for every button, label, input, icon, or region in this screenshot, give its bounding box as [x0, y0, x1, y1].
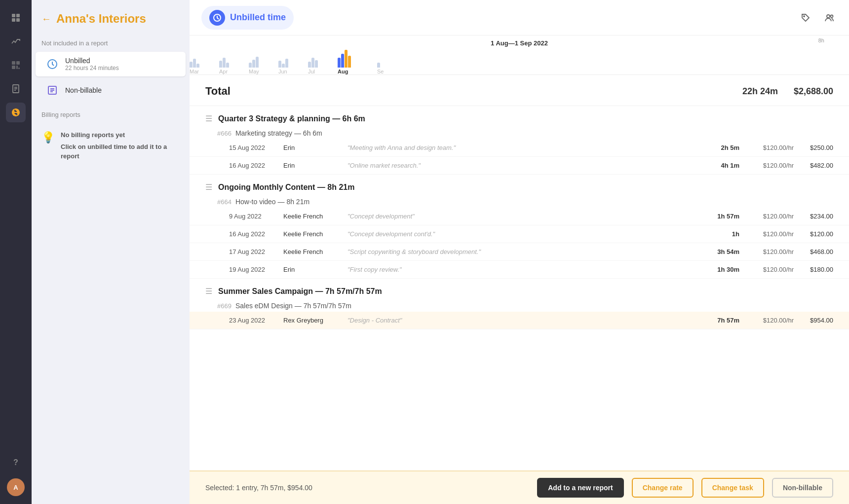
total-label: Total — [205, 85, 231, 98]
lightbulb-icon: 💡 — [41, 131, 55, 144]
task-title: Marketing strategy — 6h 6m — [235, 129, 322, 137]
unbilled-sub: 22 hours 24 minutes — [65, 65, 119, 72]
project-row: ☰ Ongoing Monthly Content — 8h 21m — [190, 175, 849, 196]
nav-bottom: ? A — [6, 453, 26, 496]
chart-month-sep: Se — [377, 69, 384, 74]
selection-bar: Selected: 1 entry, 7h 57m, $954.00 Add t… — [190, 470, 849, 504]
project-title: Ongoing Monthly Content — 8h 21m — [218, 183, 354, 192]
help-button[interactable]: ? — [6, 453, 26, 472]
svg-point-19 — [804, 16, 805, 17]
table-row[interactable]: 19 Aug 2022 Erin "First copy review." 1h… — [190, 261, 849, 279]
svg-rect-4 — [12, 61, 15, 65]
table-header: Total 22h 24m $2,688.00 — [190, 75, 849, 106]
table-row[interactable]: 17 Aug 2022 Keelie French "Script copywr… — [190, 243, 849, 261]
svg-point-20 — [827, 15, 830, 18]
chart-month-mar: Mar — [190, 69, 199, 74]
svg-rect-6 — [12, 66, 15, 69]
non-billable-label: Non-billable — [65, 86, 102, 94]
project-row: ☰ Summer Sales Campaign — 7h 57m/7h 57m — [190, 279, 849, 300]
change-rate-button[interactable]: Change rate — [632, 478, 694, 498]
nav-item-invoices[interactable] — [6, 79, 26, 99]
table-row[interactable]: 15 Aug 2022 Erin "Meeting with Anna and … — [190, 139, 849, 157]
question-mark-icon: ? — [13, 458, 18, 467]
chart-y-label: 8h — [818, 37, 824, 43]
chart-month-jun: Jun — [278, 69, 287, 74]
project-row: ☰ Quarter 3 Strategy & planning — 6h 6m — [190, 106, 849, 127]
chart-month-apr: Apr — [219, 69, 228, 74]
unbilled-badge: Unbilled time — [201, 6, 294, 30]
svg-point-21 — [831, 15, 833, 17]
total-hours: 22h 24m — [742, 86, 778, 97]
table-row[interactable]: 16 Aug 2022 Erin "Online market research… — [190, 157, 849, 175]
task-title: Sales eDM Design — 7h 57m/7h 57m — [235, 302, 351, 310]
time-entries-table: Total 22h 24m $2,688.00 ☰ Quarter 3 Stra… — [190, 75, 849, 470]
change-task-button[interactable]: Change task — [701, 478, 764, 498]
tag-icon[interactable] — [798, 10, 813, 26]
clock-icon — [45, 57, 59, 71]
billing-reports-label: Billing reports — [41, 111, 180, 118]
task-number: #666 — [217, 130, 232, 137]
unbilled-icon — [209, 10, 225, 26]
total-amount: $2,688.00 — [794, 86, 833, 97]
chart-month-may: May — [249, 69, 259, 74]
svg-rect-0 — [12, 14, 15, 17]
back-button[interactable]: ← — [41, 13, 51, 25]
no-reports-title: No billing reports yet — [61, 130, 180, 140]
nav-item-reports[interactable] — [6, 55, 26, 75]
table-row[interactable]: 9 Aug 2022 Keelie French "Concept develo… — [190, 208, 849, 225]
selection-info: Selected: 1 entry, 7h 57m, $954.00 — [205, 484, 529, 492]
billing-section: Billing reports 💡 No billing reports yet… — [32, 107, 190, 169]
task-number: #664 — [217, 198, 232, 206]
main-content: Unbilled time 8h 1 Aug—1 Sep 2022 — [190, 0, 849, 504]
svg-rect-7 — [16, 66, 18, 69]
task-title: How-to video — 8h 21m — [235, 198, 309, 206]
table-row[interactable]: 16 Aug 2022 Keelie French "Concept devel… — [190, 225, 849, 243]
chart-area: 8h 1 Aug—1 Sep 2022 Mar — [190, 36, 849, 75]
svg-rect-2 — [12, 18, 15, 22]
sidebar: ← Anna's Interiors Not included in a rep… — [32, 0, 190, 504]
project-title: Summer Sales Campaign — 7h 57m/7h 57m — [218, 287, 382, 296]
nav-item-billing[interactable] — [6, 103, 26, 122]
user-avatar[interactable]: A — [7, 478, 25, 496]
document-icon: ☰ — [205, 114, 212, 123]
task-number: #669 — [217, 302, 232, 310]
no-reports-hint: Click on unbilled time to add it to a re… — [61, 143, 167, 160]
top-bar: Unbilled time — [190, 0, 849, 36]
nav-item-dashboard[interactable] — [6, 8, 26, 28]
users-icon[interactable] — [821, 10, 837, 26]
sidebar-item-unbilled[interactable]: Unbilled 22 hours 24 minutes — [36, 52, 186, 76]
svg-rect-1 — [16, 14, 20, 17]
svg-rect-5 — [16, 61, 20, 65]
add-to-report-button[interactable]: Add to a new report — [537, 478, 623, 498]
unbilled-label: Unbilled — [65, 57, 119, 65]
unbilled-time-label: Unbilled time — [230, 12, 286, 23]
client-name: Anna's Interiors — [56, 12, 146, 26]
billing-empty-state: 💡 No billing reports yet Click on unbill… — [41, 126, 180, 165]
sidebar-item-non-billable[interactable]: Non-billable — [36, 78, 186, 102]
task-row: #664 How-to video — 8h 21m — [190, 196, 849, 208]
chart-month-aug: Aug — [338, 69, 348, 74]
sidebar-header: ← Anna's Interiors — [32, 8, 190, 36]
chart-month-jul: Jul — [308, 69, 315, 74]
svg-rect-3 — [16, 18, 20, 22]
not-in-report-label: Not included in a report — [32, 36, 190, 51]
nav-rail: ? A — [0, 0, 32, 504]
chart-date-label: 1 Aug—1 Sep 2022 — [491, 39, 548, 47]
document-icon: ☰ — [205, 287, 212, 296]
document-icon: ☰ — [205, 182, 212, 192]
table-row[interactable]: 23 Aug 2022 Rex Greyberg "Design - Contr… — [190, 312, 849, 329]
nav-item-activity[interactable] — [6, 32, 26, 51]
task-row: #669 Sales eDM Design — 7h 57m/7h 57m — [190, 300, 849, 312]
svg-rect-8 — [18, 68, 20, 69]
task-row: #666 Marketing strategy — 6h 6m — [190, 127, 849, 139]
non-billable-button[interactable]: Non-billable — [772, 478, 833, 498]
project-title: Quarter 3 Strategy & planning — 6h 6m — [218, 114, 365, 123]
list-icon — [45, 83, 59, 97]
